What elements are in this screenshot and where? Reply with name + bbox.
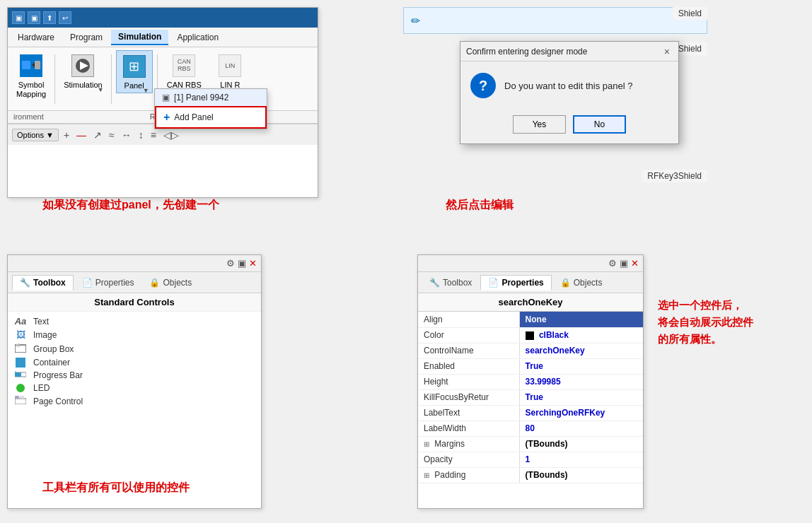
options-button[interactable]: Options ▼ (12, 129, 59, 141)
group-box-icon: ab (13, 343, 28, 355)
props-tab-objects[interactable]: 🔒 Objects (553, 276, 610, 290)
opt-menu[interactable]: ≡ (149, 129, 158, 141)
menu-application[interactable]: Application (170, 30, 226, 45)
dialog-buttons: Yes No (460, 110, 678, 143)
close-panel-icon[interactable]: ✕ (249, 258, 257, 269)
tab-toolbox[interactable]: 🔧 Toolbox (12, 275, 74, 290)
bottomleft-annotation: 工具栏有所有可以使用的控件 (42, 481, 190, 495)
prop-row-enabled[interactable]: Enabled True (418, 358, 643, 374)
toolbox-tabs: 🔧 Toolbox 📄 Properties 🔒 Objects (8, 272, 261, 293)
prop-margins-value: (TBounds) (519, 436, 643, 452)
dock-icon[interactable]: ▣ (238, 258, 246, 269)
icon-back[interactable]: ↩ (59, 11, 71, 24)
add-panel-item[interactable]: + Add Panel (155, 106, 267, 129)
props-control-name-header: searchOneKey (418, 293, 643, 312)
panel-icon: ⊞ (122, 54, 147, 79)
prop-row-color[interactable]: Color clBlack (418, 327, 643, 343)
ribbon-panel[interactable]: ⊞ Panel ▼ (116, 50, 153, 93)
stimulation-label: Stimulation (64, 81, 102, 89)
topleft-annotation: 如果没有创建过panel，先创建一个 (42, 198, 219, 213)
shield-label-3: RFKey3Shield (642, 170, 707, 182)
properties-tab-icon: 📄 (82, 278, 93, 288)
prop-row-height[interactable]: Height 33.99985 (418, 374, 643, 389)
prop-row-labeltext[interactable]: LabelText SerchingOneRFKey (418, 405, 643, 421)
prop-row-padding[interactable]: ⊞ Padding (TBounds) (418, 467, 643, 483)
annotation-line3: 的所有属性。 (658, 331, 753, 348)
opt-minus[interactable]: — (74, 129, 88, 141)
sep2 (111, 54, 112, 104)
toolbox-item-image[interactable]: 🖼 Image (8, 328, 261, 341)
prop-row-align[interactable]: Align None (418, 312, 643, 327)
opt-wave[interactable]: ≈ (107, 129, 117, 141)
prop-row-killfocus[interactable]: KillFocusByRetur True (418, 389, 643, 405)
padding-expand-icon[interactable]: ⊞ (424, 471, 429, 479)
toolbox-item-group-box[interactable]: ab Group Box (8, 341, 261, 356)
progress-bar-icon (13, 370, 28, 380)
prop-row-margins[interactable]: ⊞ Margins (TBounds) (418, 436, 643, 452)
opt-vresize[interactable]: ↕ (137, 129, 146, 141)
designer-bar: ✏ (403, 7, 707, 34)
properties-tab-label: Properties (95, 278, 134, 288)
menu-program[interactable]: Program (63, 30, 110, 45)
opt-arrow[interactable]: ↗ (91, 129, 104, 141)
toolbox-item-led[interactable]: LED (8, 382, 261, 394)
svg-rect-11 (15, 399, 26, 404)
opt-add[interactable]: + (62, 129, 71, 141)
page-control-icon (13, 396, 28, 406)
props-tab-properties[interactable]: 📄 Properties (480, 275, 551, 290)
toolbox-container-label: Container (33, 358, 70, 368)
color-swatch (526, 331, 534, 340)
properties-panel: ⚙ ▣ ✕ 🔧 Toolbox 📄 Properties 🔒 Objects s… (417, 254, 644, 509)
prop-row-labelwidth[interactable]: LabelWidth 80 (418, 421, 643, 436)
prop-align-name: Align (418, 312, 519, 327)
sep1 (54, 54, 55, 104)
prop-color-value: clBlack (519, 327, 643, 343)
text-icon: Aa (13, 316, 28, 327)
prop-labeltext-value: SerchingOneRFKey (519, 405, 643, 421)
topright-panel: ✏ Shield 2Shield RFKey3Shield Confirm en… (403, 7, 707, 198)
ribbon-stimulation[interactable]: Stimulation ▼ (59, 50, 106, 92)
icon-save[interactable]: ▣ (12, 11, 25, 24)
opt-hresize[interactable]: ↔ (120, 129, 134, 141)
props-tab-toolbox[interactable]: 🔧 Toolbox (422, 276, 479, 290)
props-control-bar: ⚙ ▣ ✕ (418, 255, 643, 272)
props-toolbox-icon: 🔧 (429, 278, 440, 288)
shield-label-1: Shield (673, 7, 707, 20)
toolbox-led-label: LED (33, 383, 50, 393)
prop-row-controlname[interactable]: ControlName searchOneKey (418, 343, 643, 358)
icon-up[interactable]: ⬆ (43, 11, 56, 24)
title-bar-icons: ▣ ▣ ⬆ ↩ (8, 8, 318, 28)
dialog-no-button[interactable]: No (573, 115, 626, 134)
dialog-yes-button[interactable]: Yes (513, 115, 566, 134)
prop-height-name: Height (418, 374, 519, 389)
props-settings-icon[interactable]: ⚙ (608, 258, 617, 269)
prop-padding-name: ⊞ Padding (418, 467, 519, 483)
bottomright-annotation: 选中一个控件后， 将会自动展示此控件 的所有属性。 (658, 297, 753, 348)
section-ironment: ironment (13, 112, 44, 122)
props-close-icon[interactable]: ✕ (631, 258, 639, 269)
menu-hardware[interactable]: Hardware (11, 30, 62, 45)
menu-simulation[interactable]: Simulation (111, 30, 168, 45)
opt-arrows[interactable]: ◁▷ (161, 129, 181, 141)
panel-item-1942[interactable]: ▣ [1] Panel 9942 (155, 89, 267, 106)
prop-row-opacity[interactable]: Opacity 1 (418, 452, 643, 467)
settings-icon[interactable]: ⚙ (226, 258, 235, 269)
tab-properties[interactable]: 📄 Properties (75, 276, 141, 290)
icon-open[interactable]: ▣ (28, 11, 40, 24)
prop-padding-value: (TBounds) (519, 467, 643, 483)
toolbox-item-progress-bar[interactable]: Progress Bar (8, 369, 261, 382)
image-icon: 🖼 (13, 329, 28, 340)
props-properties-label: Properties (501, 278, 543, 288)
props-dock-icon[interactable]: ▣ (620, 258, 628, 269)
panel-label: Panel (124, 81, 144, 90)
dialog-close-button[interactable]: × (661, 46, 673, 57)
tab-objects[interactable]: 🔒 Objects (142, 276, 199, 290)
toolbox-item-page-control[interactable]: Page Control (8, 394, 261, 408)
margins-expand-icon[interactable]: ⊞ (424, 440, 429, 448)
toolbox-item-container[interactable]: Container (8, 356, 261, 369)
panel-item-1942-label: [1] Panel 9942 (174, 93, 228, 102)
toolbox-item-text[interactable]: Aa Text (8, 315, 261, 328)
objects-tab-label: Objects (163, 278, 192, 288)
ribbon-symbol-mapping[interactable]: SymbolMapping (12, 50, 50, 102)
toolbox-progress-bar-label: Progress Bar (33, 370, 83, 380)
